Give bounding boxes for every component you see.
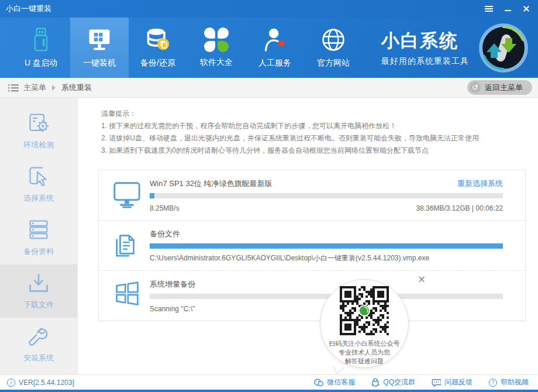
- download-speed: 8.25MB/s: [150, 204, 180, 212]
- tips-block: 温馨提示： 1. 接下来的过程无需您的干预，程序会帮助您自动完成剩下的步骤，您可…: [78, 98, 538, 163]
- sidebar-item-download-files[interactable]: 下载文件: [0, 264, 77, 318]
- sidebar-item-label: 备份资料: [23, 246, 54, 257]
- version-block: i VER[2.5.44.1203]: [0, 379, 74, 387]
- tab-website[interactable]: 官方网站: [304, 18, 363, 78]
- app-window: 小白一键重装 U 盘启动: [0, 0, 538, 392]
- sidebar-item-label: 选择系统: [23, 193, 54, 204]
- help-video-link[interactable]: ? 帮助视频: [489, 377, 529, 387]
- reselect-system-link[interactable]: 重新选择系统: [457, 178, 503, 189]
- install-system-icon: [27, 325, 50, 348]
- tab-backup-restore[interactable]: 备份/还原: [129, 18, 187, 78]
- qr-code: [340, 286, 389, 338]
- main-panel: 温馨提示： 1. 接下来的过程无需您的干预，程序会帮助您自动完成剩下的步骤，您可…: [78, 98, 538, 374]
- tab-usb-boot[interactable]: U 盘启动: [12, 18, 70, 78]
- sidebar-item-select-system[interactable]: 选择系统: [0, 158, 77, 211]
- tips-line: 1. 接下来的过程无需您的干预，程序会帮助您自动完成剩下的步骤，您可以离开电脑稍…: [101, 120, 526, 132]
- window-controls: [481, 2, 538, 15]
- sidebar-item-label: 下载文件: [23, 300, 54, 310]
- sidebar-item-backup-data[interactable]: 备份资料: [0, 211, 77, 264]
- footer-link-label: 问题反馈: [444, 377, 473, 387]
- breadcrumb-arrow-icon: [52, 85, 56, 91]
- tips-line: 3. 如果遇到下载速度为0的情况时请耐心等待几分钟，服务器会自动根据您当前网络位…: [101, 145, 526, 157]
- sidebar-item-env-check[interactable]: 环境检测: [0, 105, 77, 158]
- top-nav: U 盘启动 一键装机 备份/还原: [0, 18, 538, 78]
- download-files-icon: [27, 272, 50, 294]
- back-arrow-icon: ↺: [470, 82, 481, 93]
- bottom-accent-strip: [0, 390, 538, 392]
- menu-icon[interactable]: [481, 2, 497, 15]
- footer-link-label: QQ交流群: [383, 377, 415, 387]
- globe-icon: [320, 27, 346, 53]
- qr-popup-close-icon[interactable]: ×: [416, 273, 427, 285]
- usb-drive-icon: [28, 27, 54, 53]
- wechat-support-link[interactable]: 微信客服: [313, 377, 355, 387]
- feedback-bubble-icon: [432, 379, 441, 387]
- footer-link-label: 帮助视频: [501, 377, 529, 387]
- question-icon: ?: [489, 379, 497, 387]
- tips-line: 2. 请拔掉U盘、移动硬盘，退出光驱内的光盘，并保证系统重装过程不断电。否则重装…: [101, 132, 526, 145]
- back-to-main-menu-button[interactable]: ↺ 返回主菜单: [467, 80, 532, 95]
- status-bar: i VER[2.5.44.1203] 微信客服 QQ交流群: [0, 374, 538, 390]
- brand-name: 小白系统: [381, 29, 469, 53]
- qq-icon: [371, 378, 380, 387]
- tab-one-click-install[interactable]: 一键装机: [70, 18, 129, 78]
- documents-icon: [112, 230, 142, 260]
- backup-title: 备份文件: [150, 229, 180, 239]
- windows-logo-icon: [112, 280, 142, 307]
- env-check-icon: [27, 112, 50, 135]
- minimize-icon: [505, 10, 511, 11]
- download-stats: 38.36MB/3.12GB | 00:06:22: [416, 204, 503, 212]
- download-title: Win7 SP1 32位 纯净绿色旗舰最新版: [150, 178, 273, 189]
- sidebar-item-label: 安装系统: [23, 353, 54, 363]
- brand-logo-icon: [478, 23, 529, 73]
- sidebar-item-install-system[interactable]: 安装系统: [0, 318, 77, 371]
- breadcrumb: 主菜单 系统重装 ↺ 返回主菜单: [0, 78, 538, 98]
- tab-label: 备份/还原: [140, 58, 175, 68]
- download-progress-bar: [150, 193, 503, 198]
- tab-software[interactable]: 软件大全: [187, 18, 246, 78]
- select-system-icon: [27, 166, 50, 188]
- download-row: Win7 SP1 32位 纯净绿色旗舰最新版 重新选择系统 8.25MB/s 3…: [99, 170, 525, 220]
- footer-link-label: 微信客服: [327, 377, 355, 387]
- tab-support[interactable]: 人工服务: [246, 18, 304, 78]
- backup-file-path: C:\Users\Administrator.6GYGLI5KAOYGIIL\D…: [150, 253, 429, 263]
- backup-progress-bar: [150, 243, 503, 249]
- progress-box: Win7 SP1 32位 纯净绿色旗舰最新版 重新选择系统 8.25MB/s 3…: [98, 170, 526, 321]
- brand-block: 小白系统 最好用的系统重装工具: [381, 18, 538, 78]
- qq-group-link[interactable]: QQ交流群: [371, 377, 415, 387]
- title-bar: 小白一键重装: [0, 0, 538, 18]
- minimize-button[interactable]: [499, 2, 516, 15]
- database-backup-icon: [144, 27, 171, 53]
- sidebar-item-label: 环境检测: [23, 140, 54, 150]
- feedback-link[interactable]: 问题反馈: [432, 377, 473, 387]
- version-text: VER[2.5.44.1203]: [19, 379, 74, 387]
- backup-row: 备份文件 C:\Users\Administrator.6GYGLI5KAOYG…: [99, 220, 525, 270]
- download-progress-fill: [150, 193, 154, 198]
- brand-tagline: 最好用的系统重装工具: [381, 56, 469, 67]
- monitor-icon: [112, 180, 142, 209]
- support-person-icon: [262, 27, 288, 53]
- software-clover-icon: [204, 27, 229, 52]
- tab-label: U 盘启动: [25, 58, 57, 68]
- tab-label: 一键装机: [83, 58, 116, 68]
- qr-popup-text: 扫码关注小白系统公众号 专业技术人员为您 解答疑难问题: [329, 339, 400, 366]
- tab-label: 软件大全: [200, 57, 233, 68]
- close-button[interactable]: [518, 2, 534, 15]
- step-sidebar: 环境检测 选择系统: [0, 98, 78, 374]
- back-button-label: 返回主菜单: [485, 82, 523, 93]
- breadcrumb-current: 系统重装: [61, 82, 92, 93]
- wechat-icon: [313, 379, 323, 387]
- tab-label: 官方网站: [317, 58, 350, 68]
- list-icon: [8, 84, 19, 92]
- incremental-progress-bar: [150, 294, 503, 299]
- hamburger-icon: [485, 6, 493, 12]
- breadcrumb-root[interactable]: 主菜单: [23, 82, 46, 93]
- tips-title: 温馨提示：: [101, 108, 526, 120]
- incremental-title: 系统增量备份: [150, 279, 195, 290]
- incremental-status: Scanning "C:\": [150, 305, 195, 313]
- footer-links: 微信客服 QQ交流群 问题反馈 ? 帮助视频: [313, 377, 538, 387]
- close-icon: [523, 5, 530, 12]
- info-icon: i: [7, 379, 15, 387]
- backup-progress-fill: [150, 243, 503, 249]
- incremental-backup-row: 系统增量备份 Scanning "C:\": [99, 270, 525, 321]
